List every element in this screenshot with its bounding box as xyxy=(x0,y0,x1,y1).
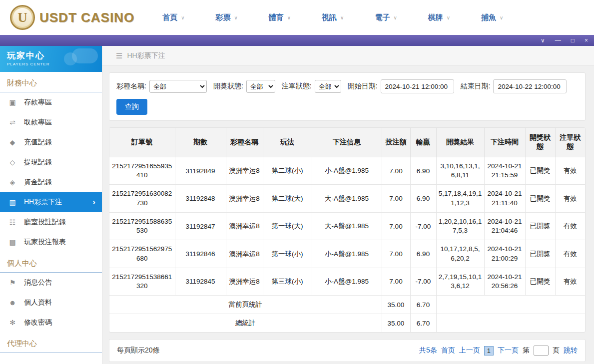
start-date-input[interactable] xyxy=(381,79,454,93)
withdraw-icon: ⇌ xyxy=(8,118,16,126)
sidebar-item-withdraw-zone[interactable]: ⇌ 取款專區 xyxy=(0,112,102,132)
cell-order-no: 2152172951562975680 xyxy=(109,240,175,268)
nav-item-lottery[interactable]: 彩票 ∨ xyxy=(215,13,237,22)
recharge-record-icon: ◆ xyxy=(8,138,16,146)
page-summary-winloss-total: 6.70 xyxy=(410,296,436,314)
sidebar-item-announcements[interactable]: ⚑ 消息公告 xyxy=(0,273,102,293)
nav-item-slots[interactable]: 電子 ∨ xyxy=(375,13,397,22)
withdrawal-record-icon: ◇ xyxy=(8,158,16,166)
cell-win-loss: 6.90 xyxy=(410,185,436,212)
nav-item-label: 電子 xyxy=(375,13,390,22)
sidebar-item-withdrawal-record[interactable]: ◇ 提現記錄 xyxy=(0,152,102,172)
page-summary-bet-total: 35.00 xyxy=(382,296,410,314)
table-row: 2152172951562975680 31192846 澳洲幸运8 第一球(小… xyxy=(109,240,585,268)
nav-item-card-games[interactable]: 棋牌 ∨ xyxy=(428,13,450,22)
lottery-name-select[interactable]: 全部 xyxy=(149,80,207,93)
cell-bet-info: 小-A盤@1.985 xyxy=(312,157,382,185)
draw-status-select[interactable]: 全部 xyxy=(246,80,275,93)
chevron-down-icon: ∨ xyxy=(287,15,291,20)
table-header-row: 訂單號 期數 彩種名稱 玩法 下注信息 投注額 輸贏 開獎結果 下注時間 開獎狀… xyxy=(109,128,585,157)
sidebar-item-hall-bet-record[interactable]: ☷ 廳室投註記錄 xyxy=(0,212,102,232)
sidebar-item-profile[interactable]: ☻ 個人資料 xyxy=(0,293,102,313)
bell-icon: ⚑ xyxy=(8,279,16,287)
jump-page-input[interactable] xyxy=(534,346,549,356)
nav-item-fishing[interactable]: 捕魚 ∨ xyxy=(481,13,503,22)
cell-lottery-name: 澳洲幸运8 xyxy=(226,240,263,268)
cell-play: 第一球(大) xyxy=(263,212,312,240)
cell-bet-amount: 7.00 xyxy=(382,157,410,185)
funds-record-icon: ◈ xyxy=(8,178,16,186)
page-summary-empty-cell xyxy=(436,296,585,314)
logo-icon: U xyxy=(10,5,35,30)
page-summary-label: 當前頁統計 xyxy=(109,296,382,314)
filter-panel: 彩種名稱: 全部 開獎狀態: 全部 注單狀態: 全部 開始日期: xyxy=(109,72,586,121)
col-header-order-no: 訂單號 xyxy=(109,128,175,157)
sidebar: 玩家中心 PLAYERS CENTER 財務中心 ▣ 存款專區 ⇌ 取款專區 ◆… xyxy=(0,46,102,364)
cell-period: 31192848 xyxy=(175,185,226,212)
cell-period: 31192846 xyxy=(175,240,226,268)
main-nav: 首頁 ∨ 彩票 ∨ 體育 ∨ 視訊 ∨ 電子 ∨ 棋牌 ∨ xyxy=(162,13,503,22)
cell-lottery-name: 澳洲幸运8 xyxy=(226,268,263,295)
first-page-link[interactable]: 首页 xyxy=(441,346,455,355)
sidebar-item-label: 修改密碼 xyxy=(24,318,52,327)
gear-icon: ✻ xyxy=(8,319,16,327)
chevron-down-icon: ∨ xyxy=(500,15,503,20)
window-maximize-button[interactable]: □ xyxy=(571,37,575,43)
cell-order-no: 2152172951655935410 xyxy=(109,157,175,185)
nav-item-label: 棋牌 xyxy=(428,13,443,22)
cell-draw-result: 10,17,12,8,5,6,20,2 xyxy=(436,240,484,268)
cell-order-no: 2152172951630082730 xyxy=(109,185,175,212)
nav-item-home[interactable]: 首頁 ∨ xyxy=(162,13,184,22)
sidebar-item-label: 存款專區 xyxy=(24,98,52,107)
order-status-select[interactable]: 全部 xyxy=(315,80,341,93)
nav-item-label: 彩票 xyxy=(215,13,230,22)
cell-order-status: 有效 xyxy=(555,157,585,185)
next-page-link[interactable]: 下一页 xyxy=(498,346,519,355)
nav-item-sports[interactable]: 體育 ∨ xyxy=(269,13,291,22)
cell-lottery-name: 澳洲幸运8 xyxy=(226,212,263,240)
cell-period: 31192849 xyxy=(175,157,226,185)
report-icon: ▤ xyxy=(8,238,16,246)
main-content: ☰ HH彩票下注 彩種名稱: 全部 開獎狀態: 全部 注單狀態 xyxy=(102,46,594,364)
logo[interactable]: U USDT CASINO xyxy=(10,5,134,30)
per-page-text: 每頁顯示20條 xyxy=(117,346,160,355)
sidebar-item-change-password[interactable]: ✻ 修改密碼 xyxy=(0,313,102,333)
search-button[interactable]: 查詢 xyxy=(116,99,147,115)
sidebar-item-player-bet-report[interactable]: ▤ 玩家投注報表 xyxy=(0,232,102,252)
col-header-draw-result: 開獎結果 xyxy=(436,128,484,157)
sidebar-item-label: 充值記錄 xyxy=(24,138,52,147)
cell-period: 31192847 xyxy=(175,212,226,240)
window-minimize-button[interactable]: — xyxy=(555,37,561,43)
nav-item-live-video[interactable]: 視訊 ∨ xyxy=(322,13,344,22)
col-header-bet-time: 下注時間 xyxy=(484,128,525,157)
lottery-name-label: 彩種名稱: xyxy=(116,82,146,91)
chevron-down-icon: ∨ xyxy=(181,15,184,20)
sidebar-item-label: HH彩票下注 xyxy=(24,198,62,207)
sidebar-item-recharge-record[interactable]: ◆ 充值記錄 xyxy=(0,132,102,152)
sidebar-item-hh-lottery-bets[interactable]: ▥ HH彩票下注 › xyxy=(0,192,102,212)
lottery-bet-icon: ▥ xyxy=(8,198,16,206)
chevron-right-icon: › xyxy=(92,197,95,207)
cell-bet-info: 大-A盤@1.985 xyxy=(312,212,382,240)
jump-button[interactable]: 跳转 xyxy=(564,346,578,355)
cell-period: 31192845 xyxy=(175,268,226,295)
cell-order-status: 有效 xyxy=(555,185,585,212)
sidebar-item-funds-record[interactable]: ◈ 資金記錄 xyxy=(0,172,102,192)
cell-bet-time: 2024-10-21 21:11:40 xyxy=(484,185,525,212)
menu-icon[interactable]: ☰ xyxy=(116,51,122,60)
bets-table: 訂單號 期數 彩種名稱 玩法 下注信息 投注額 輸贏 開獎結果 下注時間 開獎狀… xyxy=(109,128,585,332)
window-titlebar: ∨ — □ × xyxy=(0,35,594,46)
window-collapse-button[interactable]: ∨ xyxy=(541,37,545,43)
sidebar-item-deposit-zone[interactable]: ▣ 存款專區 xyxy=(0,92,102,112)
cell-win-loss: 6.90 xyxy=(410,157,436,185)
current-page-indicator: 1 xyxy=(484,346,494,356)
end-date-input[interactable] xyxy=(493,79,567,93)
jump-prefix-label: 第 xyxy=(523,346,530,355)
top-header: U USDT CASINO 首頁 ∨ 彩票 ∨ 體育 ∨ 視訊 ∨ 電子 xyxy=(0,0,594,35)
window-close-button[interactable]: × xyxy=(585,37,588,43)
sidebar-item-label: 玩家投注報表 xyxy=(24,238,66,247)
cell-win-loss: -7.00 xyxy=(410,212,436,240)
table-row: 2152172951630082730 31192848 澳洲幸运8 第二球(大… xyxy=(109,185,585,212)
prev-page-link[interactable]: 上一页 xyxy=(459,346,480,355)
col-header-bet-amount: 投注額 xyxy=(382,128,410,157)
